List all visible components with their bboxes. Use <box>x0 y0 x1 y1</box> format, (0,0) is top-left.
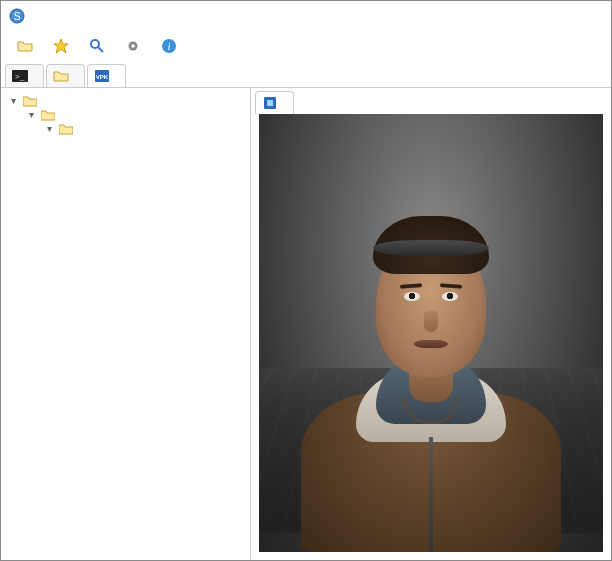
gear-icon <box>125 38 141 54</box>
viewer-tabs <box>251 88 611 114</box>
viewer-panel <box>251 88 611 560</box>
folder-tree-icon <box>53 68 69 84</box>
main-toolbar: i <box>1 31 611 61</box>
window-controls <box>473 1 611 31</box>
viewer-tab-model[interactable] <box>255 91 294 114</box>
tree-root[interactable]: ▾ <box>5 94 246 108</box>
model-file-icon <box>262 95 278 111</box>
svg-text:VPK: VPK <box>96 74 109 80</box>
viewport-stats <box>259 542 603 552</box>
model-viewport[interactable] <box>259 114 603 552</box>
svg-text:S: S <box>14 11 21 22</box>
toolbar-explorer[interactable] <box>47 36 79 56</box>
folder-open-icon <box>59 123 73 135</box>
file-tree[interactable]: ▾ ▾ <box>1 88 251 560</box>
toolbar-find[interactable] <box>83 36 115 56</box>
svg-point-3 <box>91 40 99 48</box>
maximize-button[interactable] <box>519 1 565 31</box>
search-icon <box>89 38 105 54</box>
vpk-icon: VPK <box>94 68 110 84</box>
folder-open-icon <box>17 38 33 54</box>
svg-text:i: i <box>167 40 170 52</box>
folder-open-icon <box>41 109 55 121</box>
content-area: ▾ ▾ <box>1 87 611 560</box>
titlebar: S <box>1 1 611 31</box>
console-icon: >_ <box>12 68 28 84</box>
chevron-down-icon: ▾ <box>25 109 37 121</box>
chevron-down-icon: ▾ <box>43 123 55 135</box>
svg-marker-2 <box>54 39 68 53</box>
tab-console[interactable]: >_ <box>5 64 44 87</box>
toolbar-about[interactable]: i <box>155 36 187 56</box>
svg-point-6 <box>131 44 135 48</box>
tree-folder-characters[interactable]: ▾ <box>23 108 246 122</box>
close-button[interactable] <box>565 1 611 31</box>
character-model <box>301 222 561 552</box>
star-icon <box>53 38 69 54</box>
folder-icon <box>23 95 37 107</box>
minimize-button[interactable] <box>473 1 519 31</box>
app-icon: S <box>9 8 25 24</box>
svg-rect-14 <box>267 100 273 106</box>
toolbar-file[interactable] <box>11 36 43 56</box>
svg-line-4 <box>98 47 103 52</box>
tab-vpk[interactable]: VPK <box>87 64 126 87</box>
chevron-down-icon: ▾ <box>7 95 19 107</box>
tab-explorer[interactable] <box>46 64 85 87</box>
tree-folder-alyx[interactable]: ▾ <box>41 122 246 136</box>
app-window: S i <box>0 0 612 561</box>
info-icon: i <box>161 38 177 54</box>
main-tabs: >_ VPK <box>1 61 611 87</box>
toolbar-settings[interactable] <box>119 36 151 56</box>
svg-text:>_: >_ <box>15 72 25 81</box>
